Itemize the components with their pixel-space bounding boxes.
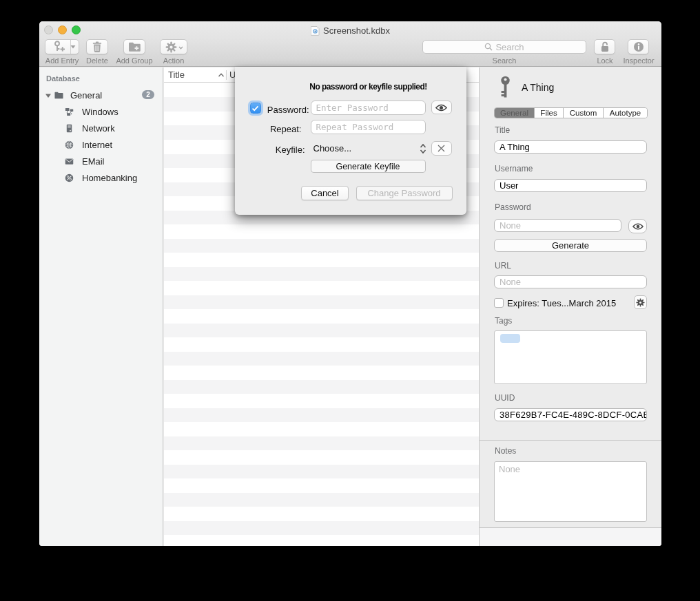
column-header-title[interactable]: Title <box>168 70 185 80</box>
enter-password-field[interactable]: Enter Password <box>311 101 426 115</box>
reveal-password-button[interactable] <box>628 219 647 233</box>
chevron-down-icon <box>178 46 183 50</box>
disclosure-triangle-icon[interactable] <box>45 92 52 99</box>
username-label: Username <box>495 164 533 173</box>
sidebar-item-windows[interactable]: Windows <box>39 103 163 120</box>
uuid-field[interactable]: 38F629B7-FC4E-489C-8DCF-0CABE8379B1A <box>494 408 647 421</box>
action-button[interactable] <box>160 39 187 54</box>
sidebar-section-header: Database <box>46 74 80 83</box>
repeat-password-field[interactable]: Repeat Password <box>311 120 426 134</box>
expires-label: Expires: Tues...March 2015 <box>507 298 616 308</box>
sidebar-item-label: Homebanking <box>82 173 137 183</box>
sheet-reveal-password-button[interactable] <box>431 101 452 114</box>
info-icon <box>633 41 644 52</box>
cancel-label: Cancel <box>311 188 338 198</box>
sheet-repeat-label: Repeat: <box>262 124 302 134</box>
uuid-label: UUID <box>495 393 515 403</box>
clear-keyfile-button[interactable] <box>431 141 452 156</box>
search-input[interactable]: Search <box>422 40 586 54</box>
repeat-password-placeholder: Repeat Password <box>316 122 394 132</box>
tag-chip[interactable] <box>500 334 520 343</box>
url-label: URL <box>495 261 511 271</box>
column-divider[interactable] <box>226 70 227 80</box>
sidebar: Database General 2 <box>39 67 163 546</box>
section-divider <box>480 440 661 441</box>
homebanking-icon <box>65 173 74 182</box>
gear-small-icon <box>636 298 645 307</box>
tab-autotype[interactable]: Autotype <box>604 108 647 118</box>
chevron-down-icon[interactable] <box>70 45 76 49</box>
action-label: Action <box>156 56 191 65</box>
titlebar-toolbar: Screenshot.kdbx Add Entry <box>39 21 661 67</box>
trash-icon <box>92 41 103 53</box>
sidebar-item-label: Windows <box>82 107 119 117</box>
sort-ascending-icon <box>218 72 225 78</box>
sidebar-item-label: Network <box>82 123 115 134</box>
expires-checkbox[interactable] <box>494 298 504 308</box>
close-x-icon <box>437 144 446 153</box>
inspector-panel: A Thing General Files Custom Autotype Ti… <box>479 67 661 546</box>
sidebar-group-label: General <box>70 90 102 101</box>
generate-password-button[interactable]: Generate <box>494 239 647 252</box>
url-field[interactable]: None <box>494 275 647 288</box>
add-entry-button[interactable] <box>45 39 79 54</box>
generate-label: Generate <box>552 240 589 251</box>
notes-box[interactable]: None <box>494 461 647 522</box>
sidebar-group-general[interactable]: General 2 <box>39 87 163 103</box>
sidebar-item-email[interactable]: EMail <box>39 153 163 169</box>
checkmark-icon <box>251 105 259 112</box>
screen: Screenshot.kdbx Add Entry <box>0 0 700 601</box>
network-icon <box>65 124 74 133</box>
lock-label: Lock <box>588 56 622 65</box>
sidebar-item-label: EMail <box>82 156 105 167</box>
email-icon <box>65 157 74 166</box>
eye-icon <box>435 104 447 112</box>
tab-general[interactable]: General <box>495 108 535 118</box>
inspector-tabs: General Files Custom Autotype <box>494 107 648 118</box>
app-window: Screenshot.kdbx Add Entry <box>39 21 661 546</box>
inspector-footer <box>480 528 661 546</box>
window-title-area: Screenshot.kdbx <box>39 25 661 36</box>
expires-settings-button[interactable] <box>634 295 647 309</box>
url-placeholder: None <box>500 277 521 287</box>
sidebar-item-label: Internet <box>82 140 112 150</box>
windows-icon <box>65 107 74 116</box>
sidebar-badge: 2 <box>142 90 154 99</box>
add-group-button[interactable] <box>123 39 145 54</box>
gear-icon <box>165 41 177 53</box>
notes-label: Notes <box>495 446 516 456</box>
sheet-keyfile-label: Keyfile: <box>262 145 305 155</box>
generate-keyfile-button[interactable]: Generate Keyfile <box>311 160 426 173</box>
title-value: A Thing <box>500 142 530 152</box>
delete-button[interactable] <box>86 39 108 54</box>
generate-keyfile-label: Generate Keyfile <box>336 162 400 171</box>
stepper-icon[interactable] <box>419 143 427 155</box>
internet-icon <box>65 140 74 149</box>
username-field[interactable]: User <box>494 179 647 192</box>
search-icon <box>484 43 493 51</box>
key-plus-icon <box>50 41 65 53</box>
sidebar-item-homebanking[interactable]: Homebanking <box>39 169 163 186</box>
notes-placeholder: None <box>499 464 520 474</box>
password-label: Password <box>495 202 531 212</box>
inspector-label: Inspector <box>618 56 659 65</box>
title-field[interactable]: A Thing <box>494 140 647 154</box>
lock-button[interactable] <box>594 39 615 54</box>
cancel-button[interactable]: Cancel <box>301 186 349 200</box>
username-value: User <box>500 180 518 191</box>
tab-files[interactable]: Files <box>535 108 564 118</box>
enter-password-placeholder: Enter Password <box>316 103 389 113</box>
inspector-button[interactable] <box>628 39 649 54</box>
password-field[interactable]: None <box>494 219 621 232</box>
keyfile-popup[interactable]: Choose... <box>313 143 352 154</box>
sidebar-item-network[interactable]: Network <box>39 120 163 136</box>
tags-label: Tags <box>495 316 512 326</box>
change-password-button[interactable]: Change Password <box>356 186 453 200</box>
sidebar-item-internet[interactable]: Internet <box>39 136 163 153</box>
password-checkbox[interactable] <box>250 103 261 114</box>
tags-box[interactable] <box>494 330 647 384</box>
entry-key-icon <box>500 76 511 98</box>
tab-custom[interactable]: Custom <box>564 108 604 118</box>
search-placeholder: Search <box>495 42 524 52</box>
change-password-sheet: No password or keyfile supplied! Passwor… <box>235 67 466 215</box>
